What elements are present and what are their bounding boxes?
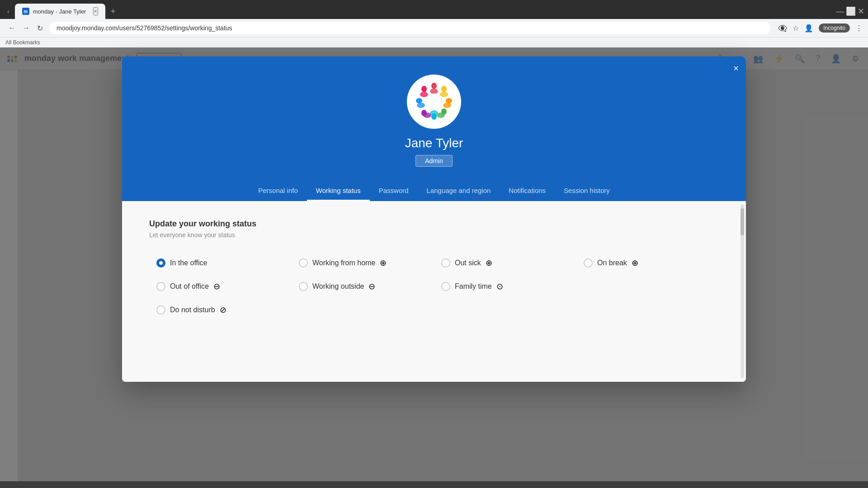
status-option-out-sick[interactable]: Out sick ⊕	[434, 253, 576, 273]
back-button[interactable]: ←	[5, 22, 18, 34]
modal-overlay: ×	[0, 47, 868, 481]
admin-badge: Admin	[415, 155, 453, 167]
tab-nav-back[interactable]: ‹	[4, 6, 13, 17]
refresh-button[interactable]: ↻	[34, 22, 46, 34]
active-tab[interactable]: m monday - Jane Tyler ×	[15, 4, 105, 19]
status-option-do-not-disturb[interactable]: Do not disturb ⊘	[149, 300, 292, 320]
family-time-icon: ⊙	[496, 282, 503, 291]
radio-working-outside[interactable]	[299, 282, 308, 291]
status-label-on-break: On break	[597, 259, 627, 267]
status-label-out-sick: Out sick	[455, 259, 481, 267]
app-body: ×	[0, 70, 868, 481]
bookmarks-bar: All Bookmarks	[0, 37, 868, 47]
modal-body: Update your working status Let everyone …	[122, 201, 746, 382]
radio-family-time[interactable]	[441, 282, 450, 291]
status-label-family-time: Family time	[455, 282, 492, 291]
window-minimize[interactable]: —	[836, 7, 844, 16]
modal-tabs: Personal info Working status Password La…	[249, 181, 619, 201]
svg-point-15	[421, 86, 427, 92]
profile-icon[interactable]: 👤	[804, 24, 813, 33]
svg-point-4	[440, 92, 448, 97]
status-option-on-break[interactable]: On break ⊕	[576, 253, 719, 273]
tab-working-status[interactable]: Working status	[307, 181, 370, 201]
browser-chrome: ‹ m monday - Jane Tyler × + — ⬜ ✕ ← → ↻ …	[0, 0, 868, 47]
tab-session-history[interactable]: Session history	[555, 181, 619, 201]
svg-point-6	[443, 103, 451, 108]
window-restore[interactable]: ⬜	[846, 6, 856, 16]
do-not-disturb-icon: ⊘	[220, 306, 226, 314]
menu-icon[interactable]: ⋮	[855, 24, 863, 33]
svg-point-12	[423, 113, 431, 118]
eye-off-icon: 👁‍🗨	[778, 24, 787, 33]
status-label-in-office: In the office	[170, 259, 207, 267]
out-sick-icon: ⊕	[486, 259, 492, 267]
out-of-office-icon: ⊖	[213, 282, 220, 291]
scrollbar[interactable]	[741, 205, 744, 378]
working-outside-icon: ⊖	[368, 282, 375, 291]
address-bar-row: ← → ↻ 👁‍🗨 ☆ 👤 Incognito ⋮	[0, 19, 868, 37]
tab-notifications[interactable]: Notifications	[500, 181, 555, 201]
status-option-working-from-home[interactable]: Working from home ⊕	[292, 253, 434, 273]
status-label-working-from-home: Working from home	[312, 259, 375, 267]
tab-bar: ‹ m monday - Jane Tyler × + — ⬜ ✕	[0, 0, 868, 19]
avatar-image	[411, 79, 457, 124]
section-title: Update your working status	[149, 219, 719, 229]
svg-point-14	[417, 103, 425, 108]
forward-button[interactable]: →	[20, 22, 33, 34]
radio-in-office[interactable]	[156, 258, 165, 267]
user-avatar	[407, 75, 461, 129]
new-tab-button[interactable]: +	[107, 5, 119, 18]
status-option-working-outside[interactable]: Working outside ⊖	[292, 277, 434, 296]
tab-title: monday - Jane Tyler	[33, 8, 86, 15]
tab-language-region[interactable]: Language and region	[418, 181, 500, 201]
window-close[interactable]: ✕	[858, 6, 864, 16]
settings-modal: ×	[122, 56, 746, 382]
status-option-out-of-office[interactable]: Out of office ⊖	[149, 277, 292, 296]
svg-point-3	[441, 86, 447, 92]
bookmarks-label: All Bookmarks	[5, 39, 40, 46]
working-from-home-icon: ⊕	[380, 259, 387, 267]
on-break-icon: ⊕	[632, 259, 638, 267]
status-label-do-not-disturb: Do not disturb	[170, 306, 215, 314]
radio-on-break[interactable]	[584, 258, 593, 267]
user-name: Jane Tyler	[405, 136, 463, 150]
browser-actions: 👁‍🗨 ☆ 👤 Incognito ⋮	[778, 23, 863, 33]
radio-inner	[159, 261, 163, 265]
svg-point-1	[431, 83, 437, 89]
address-input[interactable]	[49, 22, 771, 34]
section-subtitle: Let everyone know your status	[149, 231, 719, 239]
radio-out-of-office[interactable]	[156, 282, 165, 291]
status-option-family-time[interactable]: Family time ⊙	[434, 277, 576, 296]
modal-close-button[interactable]: ×	[733, 64, 739, 73]
modal-header: Jane Tyler Admin Personal info Working s…	[122, 56, 746, 201]
radio-do-not-disturb[interactable]	[156, 305, 165, 314]
status-label-working-outside: Working outside	[312, 282, 364, 291]
tab-password[interactable]: Password	[370, 181, 418, 201]
radio-working-from-home[interactable]	[299, 258, 308, 267]
app-background: monday work management ✦ See plans 🔔 ✉ 👥…	[0, 47, 868, 481]
status-options-grid: In the office Working from home ⊕ Out si…	[149, 253, 719, 320]
incognito-badge: Incognito	[819, 23, 850, 33]
radio-out-sick[interactable]	[441, 258, 450, 267]
nav-buttons: ← → ↻	[5, 22, 46, 34]
tab-favicon: m	[22, 8, 29, 15]
svg-point-16	[420, 92, 428, 97]
status-option-placeholder	[576, 277, 719, 296]
status-option-in-office[interactable]: In the office	[149, 253, 292, 273]
tab-close-button[interactable]: ×	[93, 7, 98, 15]
tab-personal-info[interactable]: Personal info	[249, 181, 307, 201]
bookmark-icon[interactable]: ☆	[793, 24, 799, 33]
svg-point-2	[430, 89, 438, 94]
status-label-out-of-office: Out of office	[170, 282, 209, 291]
scrollbar-thumb	[741, 208, 744, 235]
